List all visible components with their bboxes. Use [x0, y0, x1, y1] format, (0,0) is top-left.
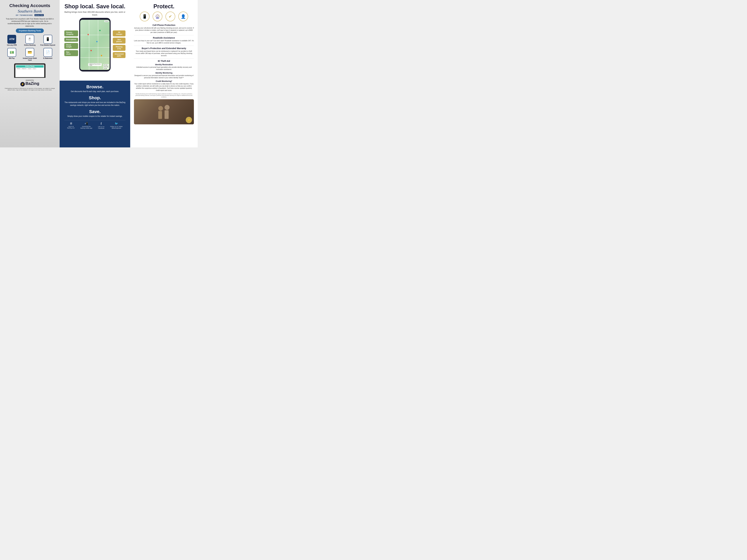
- bazing-name: BaZing: [25, 81, 39, 86]
- map-close: Close: [104, 20, 109, 22]
- bubble-amusement: Amusementparks: [113, 52, 126, 58]
- identity-restoration-body: Unlimited access to personal fraud speci…: [134, 66, 194, 71]
- tool-atm-label: Use any ATM: [7, 44, 17, 46]
- powered-by-text: powered by: [26, 79, 34, 81]
- save-title: Save.: [64, 109, 126, 114]
- people-photo: ⚡: [134, 99, 194, 124]
- footer-login-line2: BaZing.com: [67, 127, 75, 129]
- tool-bill-pay: 💵 Bill Pay: [3, 48, 20, 61]
- page-container: Checking Accounts Southern Bank OF TENNE…: [0, 0, 198, 148]
- middle-column: Shop local. Save local. BaZing brings mo…: [60, 0, 130, 148]
- fdic-badge: Member FDIC: [34, 14, 44, 16]
- browse-body: Get discounts that fit each day, each pl…: [64, 90, 126, 93]
- browse-title: Browse.: [64, 84, 126, 89]
- deals-logos: TARGET Walgreens amazon macy's: [16, 68, 44, 70]
- footer-download-line2: BaZing mobile app: [80, 127, 92, 129]
- tool-online-banking-label: Online Banking: [24, 44, 35, 46]
- phone-frame: Close California Pizza Kitchen1 deal Bik…: [79, 18, 110, 72]
- online-banking-icon: 🖱️: [25, 35, 34, 44]
- cell-phone-body: Just pay your cell phone bill with your …: [134, 27, 194, 33]
- tool-debit-card: 💳 Instant Issue Debit Card: [22, 48, 38, 61]
- warranty-icon: ✔: [165, 11, 175, 21]
- phone-map-wrapper: Groceryshopping Prescriptions Dinnertoni…: [63, 18, 127, 81]
- identity-restoration-title: Identity Restoration: [134, 63, 194, 66]
- left-disclaimer: Participating merchants on BaZing are no…: [3, 88, 56, 91]
- bubble-prescriptions: Prescriptions: [64, 37, 78, 42]
- id-theft-title: ID Theft Aid: [134, 60, 194, 62]
- middle-bottom: Browse. Get discounts that fit each day,…: [60, 81, 130, 148]
- twitter-icon: 🐦: [110, 122, 123, 125]
- bubble-glasses: Newglasses: [113, 37, 126, 44]
- footer-login-line1: Log in at: [67, 126, 75, 127]
- save-body: Simply show your mobile coupon to the re…: [64, 115, 126, 117]
- cell-phone-title: Cell Phone Protection: [134, 24, 194, 26]
- shop-subtitle: BaZing brings more than 400,000 discount…: [63, 11, 127, 16]
- footer-links: 🖥 Log in at BaZing.com 📲 Download the Ba…: [64, 120, 126, 129]
- bank-of-tn: OF TENNESSEE Member FDIC: [3, 14, 56, 17]
- tool-bill-pay-label: Bill Pay: [9, 57, 15, 59]
- divider-2: [134, 46, 194, 46]
- phone-protect-icon: 📱: [140, 11, 150, 21]
- bank-logo: Southern Bank OF TENNESSEE Member FDIC: [3, 9, 56, 17]
- footer-twitter-line1: Follow us on Twitter: [110, 126, 123, 127]
- bank-name: Southern Bank: [3, 9, 56, 14]
- roadside-body: Lock your keys in your car? Car won't st…: [134, 40, 194, 44]
- roadside-section: Roadside Assistance Lock your keys in yo…: [134, 36, 194, 44]
- identity-monitoring-body: Designed to secure your personal and fin…: [134, 75, 194, 79]
- middle-top: Shop local. Save local. BaZing brings mo…: [60, 0, 130, 81]
- bubble-trip: Planninga trip: [113, 45, 126, 51]
- bubble-grocery: Groceryshopping: [64, 30, 78, 36]
- divider-1: [134, 35, 194, 35]
- left-description: Truly bank from anywhere with Free Mobil…: [3, 18, 56, 27]
- map-restaurant-label: California Pizza Kitchen1 deal: [88, 63, 102, 66]
- buyer-section: Buyer's Protection and Extended Warranty…: [134, 47, 194, 57]
- id-theft-section: ID Theft Aid Identity Restoration Unlimi…: [134, 60, 194, 91]
- roadside-title: Roadside Assistance: [134, 36, 194, 39]
- footer-download[interactable]: 📲 Download the BaZing mobile app: [80, 122, 92, 129]
- tool-debit-card-label: Instant Issue Debit Card: [22, 57, 38, 61]
- bazing-name-row: ⚡ BaZing: [3, 81, 56, 86]
- atm-icon: ATM: [7, 35, 16, 44]
- footer-download-line1: Download the: [80, 126, 92, 127]
- protect-title: Protect.: [134, 3, 194, 10]
- tool-e-statement-label: E-Statement: [43, 57, 52, 59]
- walgreens-logo: Walgreens: [21, 68, 27, 70]
- website-icon: 🖥: [67, 122, 75, 125]
- buyer-title: Buyer's Protection and Extended Warranty: [134, 47, 194, 50]
- mobile-deposit-icon: 📱: [44, 35, 52, 44]
- tool-mobile-deposit: 📱 Free Mobile Deposit: [40, 35, 56, 46]
- footer-login[interactable]: 🖥 Log in at BaZing.com: [67, 122, 75, 129]
- footer-facebook-line2: Facebook: [98, 128, 104, 129]
- buyer-body: Your newly purchased items can be reimbu…: [134, 50, 194, 57]
- bubble-dinner: Dinnertonight: [64, 43, 78, 49]
- left-bubbles: Groceryshopping Prescriptions Dinnertoni…: [64, 30, 78, 56]
- checking-accounts-title: Checking Accounts: [3, 3, 56, 8]
- tool-atm: ATM Use any ATM: [3, 35, 20, 46]
- credit-monitoring-title: Credit Monitoring*: [134, 80, 194, 82]
- tools-grid: ATM Use any ATM 🖱️ Online Banking 📱 Free…: [3, 35, 56, 61]
- debit-card-icon: 💳: [25, 48, 34, 57]
- right-disclaimer: *Identity Monitoring and Credit Monitori…: [134, 93, 194, 98]
- footer-facebook[interactable]: f Like us on Facebook: [98, 122, 104, 129]
- amazon-logo: amazon: [27, 68, 32, 70]
- powered-by: powered by: [3, 79, 56, 81]
- download-icon: 📲: [80, 122, 92, 125]
- tool-mobile-deposit-label: Free Mobile Deposit: [40, 44, 55, 46]
- credit-monitoring-body: Your credit report will be monitored on …: [134, 83, 194, 91]
- tool-e-statement: 📄 E-Statement: [40, 48, 56, 61]
- footer-facebook-line1: Like us on: [98, 126, 104, 128]
- footer-twitter-line2: @BaZingDeals: [110, 127, 123, 129]
- footer-twitter[interactable]: 🐦 Follow us on Twitter @BaZingDeals: [110, 122, 123, 129]
- cell-phone-section: Cell Phone Protection Just pay your cell…: [134, 24, 194, 33]
- bazing-logo-section: powered by ⚡ BaZing: [3, 79, 56, 86]
- bazing-icon: ⚡: [20, 82, 25, 86]
- shop-section-body: The restaurants and shops you know and l…: [64, 101, 126, 107]
- identity-monitoring-title: Identity Monitoring: [134, 72, 194, 74]
- anywhere-banking-btn[interactable]: Anywhere Banking Tools: [16, 29, 44, 33]
- online-deals-header: Online Deals: [16, 65, 44, 68]
- id-icon: 👤: [178, 11, 188, 21]
- bill-pay-icon: 💵: [7, 48, 16, 57]
- roadside-icon: 🎡: [153, 11, 162, 21]
- shop-title: Shop local. Save local.: [63, 3, 127, 10]
- bubble-shoes: Newshoes: [64, 50, 78, 56]
